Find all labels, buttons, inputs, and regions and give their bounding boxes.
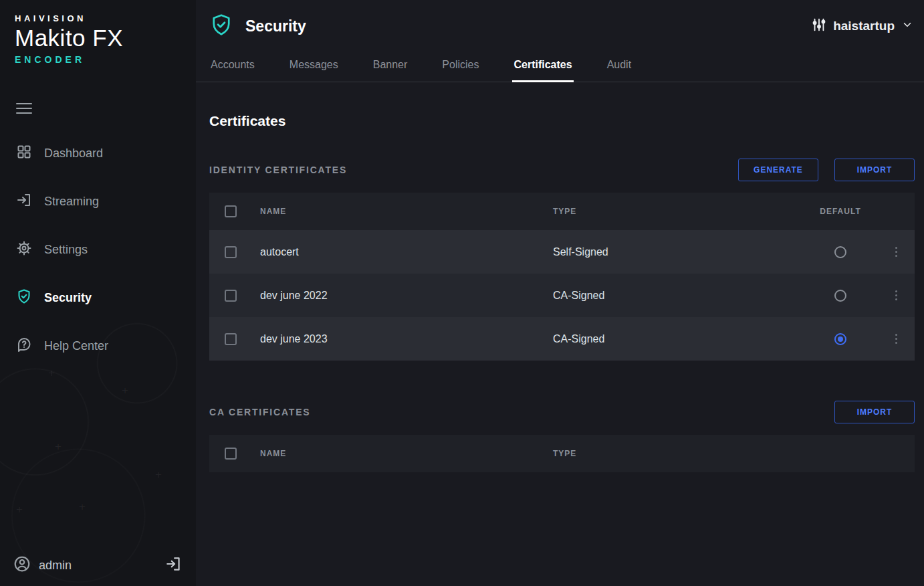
security-tabs: Accounts Messages Banner Policies Certif… — [196, 52, 924, 82]
default-radio[interactable] — [834, 290, 846, 302]
generate-button[interactable]: GENERATE — [738, 159, 818, 181]
sliders-icon — [812, 17, 826, 35]
identity-table-body: autocert Self-Signed dev june 2022 CA-Si… — [209, 230, 915, 361]
sidebar-item-label: Help Center — [44, 339, 108, 353]
identity-section-title: IDENTITY CERTIFICATES — [209, 165, 347, 175]
row-checkbox[interactable] — [225, 246, 237, 258]
kebab-menu-icon[interactable] — [877, 334, 915, 344]
sidebar-user-bar: admin — [0, 545, 196, 586]
certificate-type: CA-Signed — [553, 290, 804, 302]
brand-device-type: ENCODER — [15, 54, 181, 65]
streaming-icon — [16, 192, 32, 211]
topbar: Security haistartup — [196, 0, 924, 52]
sidebar-item-security[interactable]: Security — [0, 274, 196, 322]
table-row[interactable]: autocert Self-Signed — [209, 230, 915, 274]
tab-banner[interactable]: Banner — [372, 52, 409, 82]
certificate-name[interactable]: dev june 2022 — [252, 290, 553, 302]
page-title: Certificates — [209, 113, 915, 129]
certificate-name[interactable]: dev june 2023 — [252, 333, 553, 345]
ca-table-header: NAME TYPE — [209, 435, 915, 472]
certificate-name[interactable]: autocert — [252, 246, 553, 258]
sidebar-item-label: Streaming — [44, 195, 99, 209]
page-header-title: Security — [245, 17, 306, 35]
kebab-menu-icon[interactable] — [877, 247, 915, 257]
sidebar-item-label: Settings — [44, 243, 88, 257]
page-header: Security — [209, 13, 306, 39]
sidebar-collapse-button[interactable] — [16, 100, 32, 117]
tab-audit[interactable]: Audit — [606, 52, 632, 82]
table-row[interactable]: dev june 2023 CA-Signed — [209, 317, 915, 361]
ca-actions: IMPORT — [834, 401, 915, 423]
tab-policies[interactable]: Policies — [441, 52, 480, 82]
identity-actions: GENERATE IMPORT — [738, 159, 915, 181]
brand-product-name: Makito FX — [15, 25, 181, 52]
row-checkbox[interactable] — [225, 290, 237, 302]
chevron-down-icon — [901, 19, 913, 33]
security-shield-icon — [16, 288, 32, 308]
decorative-plus: + — [55, 440, 62, 454]
default-radio-selected[interactable] — [834, 333, 846, 345]
dashboard-icon — [16, 144, 32, 163]
account-menu[interactable]: haistartup — [812, 17, 913, 35]
help-icon — [16, 336, 32, 356]
select-all-checkbox[interactable] — [225, 448, 237, 460]
brand-haivision: HAIVISION — [15, 13, 181, 23]
sidebar-item-label: Security — [44, 291, 92, 305]
column-header-name: NAME — [252, 449, 553, 458]
column-header-name: NAME — [252, 207, 553, 216]
ca-certificates-table: NAME TYPE — [209, 435, 915, 472]
logged-in-user: admin — [39, 559, 72, 573]
default-radio[interactable] — [834, 246, 846, 258]
decorative-plus: + — [79, 500, 86, 514]
certificate-type: CA-Signed — [553, 333, 804, 345]
table-row[interactable]: dev june 2022 CA-Signed — [209, 274, 915, 317]
ca-section-header: CA CERTIFICATES IMPORT — [209, 401, 915, 423]
security-shield-icon — [209, 13, 233, 39]
identity-certificates-table: NAME TYPE DEFAULT autocert Self-Signed — [209, 193, 915, 361]
row-checkbox[interactable] — [225, 333, 237, 345]
logout-icon[interactable] — [165, 555, 183, 575]
sidebar: + + + + + + HAIVISION Makito FX ENCODER — [0, 0, 196, 586]
decorative-plus: + — [122, 384, 128, 397]
sidebar-item-help-center[interactable]: Help Center — [0, 322, 196, 370]
content: Certificates IDENTITY CERTIFICATES GENER… — [196, 82, 924, 472]
kebab-menu-icon[interactable] — [877, 290, 915, 300]
tab-accounts[interactable]: Accounts — [209, 52, 256, 82]
sidebar-nav: Dashboard Streaming — [0, 129, 196, 370]
brand-block: HAIVISION Makito FX ENCODER — [0, 0, 196, 65]
tab-certificates[interactable]: Certificates — [512, 52, 573, 82]
sidebar-item-label: Dashboard — [44, 146, 103, 161]
sidebar-item-dashboard[interactable]: Dashboard — [0, 129, 196, 177]
column-header-type: TYPE — [553, 207, 804, 216]
identity-section-header: IDENTITY CERTIFICATES GENERATE IMPORT — [209, 159, 915, 181]
decorative-plus: + — [16, 503, 23, 516]
import-ca-button[interactable]: IMPORT — [834, 401, 915, 423]
import-identity-button[interactable]: IMPORT — [834, 159, 915, 181]
sidebar-item-settings[interactable]: Settings — [0, 225, 196, 274]
main-area: Security haistartup — [196, 0, 924, 586]
select-all-checkbox[interactable] — [225, 205, 237, 217]
settings-gear-icon — [16, 240, 32, 260]
certificate-type: Self-Signed — [553, 246, 804, 258]
column-header-type: TYPE — [553, 449, 804, 458]
account-name: haistartup — [833, 19, 895, 33]
ca-section-title: CA CERTIFICATES — [209, 407, 310, 417]
column-header-default: DEFAULT — [804, 207, 877, 216]
decorative-plus: + — [155, 468, 162, 482]
identity-table-header: NAME TYPE DEFAULT — [209, 193, 915, 230]
user-avatar-icon — [13, 555, 31, 575]
sidebar-item-streaming[interactable]: Streaming — [0, 177, 196, 225]
tab-messages[interactable]: Messages — [288, 52, 340, 82]
app-window: + + + + + + HAIVISION Makito FX ENCODER — [0, 0, 924, 586]
